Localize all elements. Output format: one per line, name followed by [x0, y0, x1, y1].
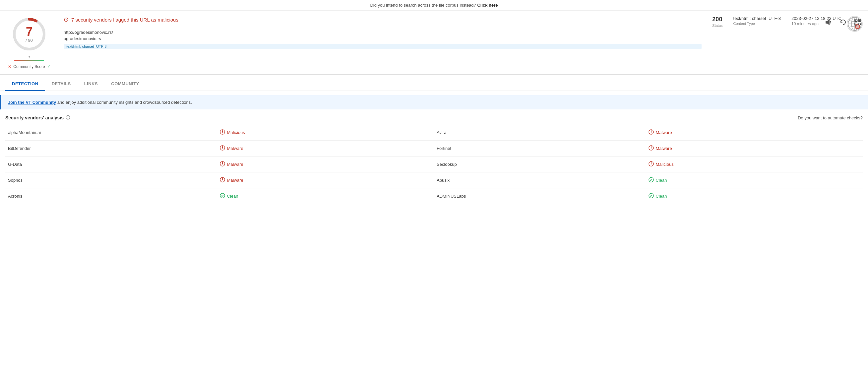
url-info-section: ⊙ 7 security vendors flagged this URL as…: [58, 16, 707, 49]
vendor-rows-container: alphaMountain.ai Malicious Avira Malware…: [5, 125, 863, 204]
status-code-label: Status: [712, 24, 722, 28]
svg-rect-17: [860, 23, 861, 24]
content-type-label: Content Type: [734, 22, 781, 26]
join-community-link[interactable]: Join the VT Community: [8, 100, 56, 105]
result-icon: [649, 177, 654, 183]
malicious-banner: ⊙ 7 security vendors flagged this URL as…: [64, 16, 702, 23]
tabs-section: DETECTION DETAILS LINKS COMMUNITY: [0, 77, 868, 91]
result-text: Clean: [656, 194, 667, 199]
dislike-icon[interactable]: ✕: [8, 64, 11, 69]
result-icon: [220, 177, 225, 183]
vendor-name: Abusix: [434, 178, 649, 183]
click-here-link[interactable]: Click here: [477, 3, 498, 8]
result-text: Malware: [227, 162, 243, 167]
tab-links[interactable]: LINKS: [78, 77, 105, 91]
audio-icon[interactable]: [824, 17, 834, 29]
tab-community[interactable]: COMMUNITY: [104, 77, 146, 91]
result-icon: [649, 145, 654, 152]
tab-detection[interactable]: DETECTION: [5, 77, 45, 91]
svg-point-43: [649, 193, 653, 198]
svg-point-28: [222, 149, 223, 150]
community-score-row: ?: [28, 56, 30, 60]
result-text: Clean: [227, 194, 238, 199]
content-type-badge: text/html; charset=UTF-8: [64, 44, 702, 49]
score-number: 7: [26, 26, 33, 38]
header-section: 7 / 90 ? ✕ Community Score ✓ ⊙ 7 securit…: [0, 10, 868, 75]
top-right-icons: [824, 17, 863, 29]
result-icon: [649, 193, 654, 199]
vendor-name: Avira: [434, 130, 649, 135]
vendors-title: Security vendors' analysis ⓘ: [5, 115, 70, 121]
top-notice-text: Did you intend to search across the file…: [370, 3, 476, 8]
vendor-name: Acronis: [5, 194, 220, 199]
result-text: Malware: [656, 146, 672, 151]
main-info-container: 7 / 90 ? ✕ Community Score ✓ ⊙ 7 securit…: [0, 10, 868, 75]
score-text: 7 / 90: [26, 26, 33, 43]
vendors-header: Security vendors' analysis ⓘ Do you want…: [5, 115, 863, 121]
svg-point-41: [649, 177, 653, 182]
result-text: Malicious: [656, 162, 674, 167]
result-text: Clean: [656, 178, 667, 183]
svg-marker-9: [827, 19, 830, 25]
score-circle: 7 / 90: [11, 16, 48, 52]
vendor-row: G-Data Malware Seclookup Malicious: [5, 156, 863, 173]
like-icon[interactable]: ✓: [47, 64, 51, 69]
qr-icon[interactable]: [853, 17, 863, 29]
result-text: Malware: [227, 178, 243, 183]
svg-point-40: [222, 181, 223, 181]
url-main: http://ogradesimonovic.rs/: [64, 30, 702, 35]
score-denominator: / 90: [26, 38, 33, 43]
svg-point-25: [651, 133, 651, 133]
score-section: 7 / 90 ? ✕ Community Score ✓: [5, 16, 58, 69]
vendor-row: alphaMountain.ai Malicious Avira Malware: [5, 125, 863, 141]
status-code-item: 200 Status: [712, 16, 722, 28]
content-type-item: text/html; charset=UTF-8 Content Type: [734, 16, 781, 26]
vendor-name: alphaMountain.ai: [5, 130, 220, 135]
svg-point-34: [222, 165, 223, 166]
svg-point-22: [222, 133, 223, 133]
vendor-name: Seclookup: [434, 162, 649, 167]
svg-rect-18: [858, 24, 859, 25]
automate-text: Do you want to automate checks?: [798, 115, 863, 120]
svg-rect-19: [860, 24, 861, 25]
vendor-result: Clean: [220, 193, 434, 199]
result-icon: [220, 193, 225, 199]
community-banner: Join the VT Community and enjoy addition…: [0, 95, 868, 110]
refresh-icon[interactable]: [838, 17, 848, 29]
url-details: http://ogradesimonovic.rs/ ogradesimonov…: [64, 30, 702, 49]
result-icon: [220, 161, 225, 168]
tab-details[interactable]: DETAILS: [45, 77, 78, 91]
vendors-section: Security vendors' analysis ⓘ Do you want…: [0, 110, 868, 210]
vendor-result: Clean: [649, 193, 863, 199]
vendors-title-text: Security vendors' analysis: [5, 115, 64, 120]
vendor-name: Fortinet: [434, 146, 649, 151]
community-score-label: Community Score: [13, 64, 45, 69]
url-domain: ogradesimonovic.rs: [64, 36, 702, 41]
result-text: Malware: [656, 130, 672, 135]
result-icon: [649, 161, 654, 168]
svg-rect-15: [856, 24, 857, 25]
warning-icon: ⊙: [64, 16, 69, 23]
vendor-result: Malware: [220, 177, 434, 183]
result-icon: [649, 129, 654, 136]
vendor-result: Malicious: [649, 161, 863, 168]
community-score-label-row: ✕ Community Score ✓: [8, 64, 50, 69]
vendor-result: Malware: [220, 145, 434, 152]
vendor-name: BitDefender: [5, 146, 220, 151]
community-banner-text: and enjoy additional community insights …: [57, 100, 192, 105]
svg-point-42: [220, 193, 225, 198]
community-score-bar: [14, 60, 44, 61]
vendor-result: Malware: [649, 145, 863, 152]
vendor-name: Sophos: [5, 178, 220, 183]
svg-rect-14: [859, 20, 860, 21]
svg-point-37: [651, 165, 651, 166]
vendor-result: Malware: [220, 161, 434, 168]
content-type-value: text/html; charset=UTF-8: [734, 16, 781, 21]
vendor-result: Malware: [649, 129, 863, 136]
top-notice-bar: Did you intend to search across the file…: [0, 0, 868, 10]
result-icon: [220, 129, 225, 136]
question-mark-icon: ?: [28, 56, 30, 60]
info-icon[interactable]: ⓘ: [66, 115, 70, 121]
vendor-row: Acronis Clean ADMINUSLabs Clean: [5, 188, 863, 204]
vendor-name: G-Data: [5, 162, 220, 167]
